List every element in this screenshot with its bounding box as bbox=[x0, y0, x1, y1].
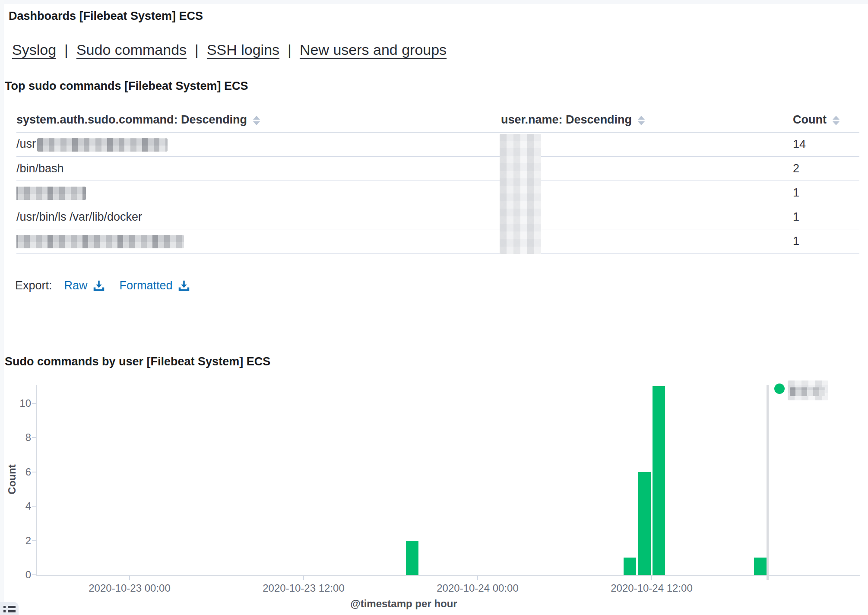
table-row: /usr14 bbox=[16, 133, 859, 157]
y-axis-line bbox=[36, 385, 37, 576]
sort-up-arrow bbox=[638, 116, 645, 120]
redacted-user-names bbox=[500, 134, 541, 254]
export-formatted-link[interactable]: Formatted bbox=[120, 279, 190, 292]
sort-down-arrow bbox=[833, 121, 839, 125]
x-tick-label: 2020-10-23 12:00 bbox=[234, 582, 373, 595]
page-title: Dashboards [Filebeat System] ECS bbox=[9, 10, 203, 23]
nav-link-sudo-commands[interactable]: Sudo commands bbox=[76, 41, 187, 58]
command-cell: /bin/bash bbox=[16, 162, 501, 175]
table-header-row: system.auth.sudo.command: Descendinguser… bbox=[16, 108, 859, 133]
count-cell: 14 bbox=[793, 138, 859, 151]
y-tick-label: 10 bbox=[0, 397, 31, 410]
histogram-bar[interactable] bbox=[754, 558, 767, 575]
x-tick-mark bbox=[477, 576, 478, 580]
x-tick-label: 2020-10-24 00:00 bbox=[409, 582, 547, 595]
legend-toggle-button[interactable] bbox=[0, 602, 19, 615]
nav-separator: | bbox=[288, 41, 291, 58]
column-header-label: user.name: Descending bbox=[501, 113, 632, 126]
download-icon bbox=[93, 280, 105, 292]
time-end-marker-line bbox=[767, 385, 769, 580]
download-icon bbox=[178, 280, 190, 292]
command-cell bbox=[16, 234, 501, 248]
export-raw-link[interactable]: Raw bbox=[64, 279, 105, 292]
y-axis-title: Count bbox=[6, 449, 18, 510]
command-cell: /usr/bin/ls /var/lib/docker bbox=[16, 210, 501, 224]
export-label: Export: bbox=[15, 279, 52, 292]
histogram-bar[interactable] bbox=[653, 386, 665, 575]
count-cell: 1 bbox=[793, 210, 859, 224]
page-left-margin bbox=[0, 0, 4, 615]
histogram-bar[interactable] bbox=[638, 472, 651, 575]
table-row: /usr/bin/ls /var/lib/docker1 bbox=[16, 205, 859, 229]
nav-separator: | bbox=[195, 41, 199, 58]
command-cell bbox=[16, 186, 501, 200]
column-header-user-name-descending[interactable]: user.name: Descending bbox=[501, 113, 793, 127]
column-header-system-auth-sudo-command-descending[interactable]: system.auth.sudo.command: Descending bbox=[16, 113, 501, 127]
dashboard-nav: Syslog|Sudo commands|SSH logins|New user… bbox=[12, 41, 447, 58]
export-formatted-label: Formatted bbox=[120, 279, 173, 292]
page-top-margin bbox=[0, 0, 868, 4]
count-cell: 1 bbox=[793, 235, 859, 248]
legend-series-dot[interactable] bbox=[774, 384, 785, 394]
y-tick-label: 2 bbox=[0, 534, 31, 547]
command-text: /bin/bash bbox=[16, 162, 64, 175]
kibana-dashboard-page: Dashboards [Filebeat System] ECS Syslog|… bbox=[0, 0, 868, 615]
nav-separator: | bbox=[64, 41, 68, 58]
x-tick-label: 2020-10-24 12:00 bbox=[583, 582, 721, 595]
column-header-label: Count bbox=[793, 113, 827, 126]
histogram-bar[interactable] bbox=[624, 558, 636, 575]
sudo-commands-table: /usr14/bin/bash21/usr/bin/ls /var/lib/do… bbox=[16, 133, 859, 254]
column-header-count[interactable]: Count bbox=[793, 113, 859, 127]
count-cell: 2 bbox=[793, 162, 859, 175]
y-tick-mark bbox=[32, 574, 36, 575]
x-tick-mark bbox=[303, 576, 304, 580]
y-tick-mark bbox=[32, 437, 36, 438]
x-tick-label: 2020-10-23 00:00 bbox=[60, 582, 199, 595]
command-text: /usr/bin/ls /var/lib/docker bbox=[16, 210, 142, 223]
command-cell: /usr bbox=[16, 137, 501, 151]
y-tick-mark bbox=[32, 472, 36, 472]
y-tick-label: 8 bbox=[0, 431, 31, 444]
x-tick-mark bbox=[129, 576, 130, 580]
chart-panel-title: Sudo commands by user [Filebeat System] … bbox=[5, 355, 270, 368]
list-icon bbox=[3, 610, 16, 612]
nav-link-ssh-logins[interactable]: SSH logins bbox=[207, 41, 279, 58]
export-raw-label: Raw bbox=[64, 279, 88, 292]
y-tick-mark bbox=[32, 540, 36, 541]
sort-icon[interactable] bbox=[253, 116, 260, 125]
y-tick-mark bbox=[32, 506, 36, 507]
redacted-command bbox=[16, 187, 86, 200]
x-axis-line bbox=[36, 575, 860, 576]
sort-down-arrow bbox=[638, 121, 645, 125]
sort-up-arrow bbox=[253, 116, 260, 120]
sort-down-arrow bbox=[253, 121, 260, 125]
table-row: /bin/bash2 bbox=[16, 157, 859, 181]
command-text: /usr bbox=[16, 137, 36, 150]
table-row: 1 bbox=[16, 181, 859, 205]
list-icon bbox=[3, 606, 16, 608]
column-header-label: system.auth.sudo.command: Descending bbox=[16, 113, 247, 126]
x-axis-title: @timestamp per hour bbox=[317, 598, 490, 610]
sort-icon[interactable] bbox=[833, 116, 839, 125]
nav-link-new-users-and-groups[interactable]: New users and groups bbox=[300, 41, 447, 58]
sort-icon[interactable] bbox=[638, 116, 645, 125]
count-cell: 1 bbox=[793, 186, 859, 200]
redacted-command bbox=[16, 235, 184, 248]
redacted-legend-label-core bbox=[790, 387, 825, 396]
x-tick-mark bbox=[651, 576, 652, 580]
table-row: 1 bbox=[16, 229, 859, 254]
sort-up-arrow bbox=[833, 116, 839, 120]
histogram-bar[interactable] bbox=[406, 541, 418, 575]
nav-link-syslog[interactable]: Syslog bbox=[12, 41, 56, 58]
y-tick-mark bbox=[32, 403, 36, 404]
y-tick-label: 0 bbox=[0, 568, 31, 581]
export-row: Export: Raw Formatted bbox=[15, 279, 190, 292]
redacted-command bbox=[37, 138, 168, 152]
table-panel-title: Top sudo commands [Filebeat System] ECS bbox=[5, 79, 248, 93]
